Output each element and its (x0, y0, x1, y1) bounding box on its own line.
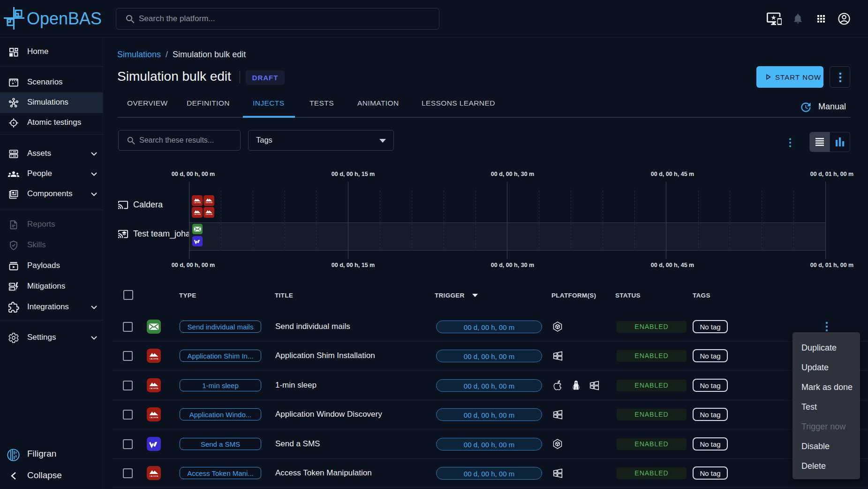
svg-text:CALDERA: CALDERA (194, 214, 201, 215)
svg-text:CALDERA: CALDERA (150, 358, 159, 360)
svg-text:CALDERA: CALDERA (150, 387, 159, 390)
svg-text:CALDERA: CALDERA (150, 416, 159, 419)
svg-text:CALDERA: CALDERA (150, 475, 159, 477)
svg-text:CALDERA: CALDERA (205, 202, 212, 204)
svg-text:CALDERA: CALDERA (194, 202, 201, 204)
svg-text:CALDERA: CALDERA (205, 214, 212, 215)
